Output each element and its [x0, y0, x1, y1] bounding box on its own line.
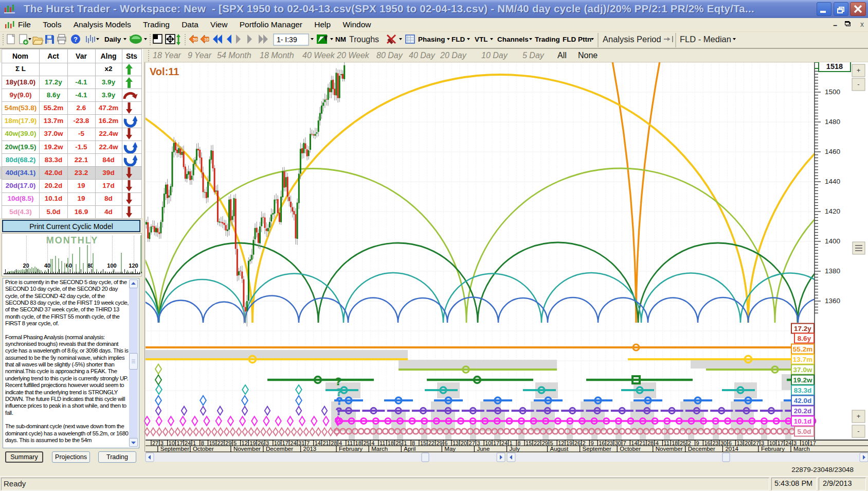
svg-text:27: 27 — [753, 440, 759, 446]
svg-text:22: 22 — [217, 440, 223, 446]
svg-text:February: February — [339, 446, 363, 452]
svg-text:1518: 1518 — [826, 62, 843, 71]
svg-text:19.2w: 19.2w — [793, 376, 812, 384]
svg-text:?: ? — [74, 36, 78, 43]
svg-text:1380: 1380 — [825, 267, 840, 275]
svg-text:VTL: VTL — [475, 36, 488, 43]
svg-text:June: June — [477, 446, 490, 452]
svg-text:13.7m: 13.7m — [793, 356, 812, 363]
svg-text:42.0d: 42.0d — [794, 397, 812, 405]
svg-text:September: September — [583, 446, 611, 452]
svg-text:Channels: Channels — [497, 36, 529, 43]
svg-text:Phasing: Phasing — [418, 36, 445, 43]
svg-text:FLD - Median: FLD - Median — [680, 34, 731, 44]
svg-text:20: 20 — [461, 440, 467, 446]
svg-text:Trading: Trading — [535, 36, 560, 43]
svg-text:22: 22 — [428, 440, 435, 446]
svg-text:8.6y: 8.6y — [798, 335, 811, 342]
svg-text:+: + — [857, 412, 861, 420]
svg-text:25: 25 — [396, 440, 402, 446]
svg-text:July: July — [510, 446, 520, 452]
svg-text:28: 28 — [647, 440, 654, 446]
svg-text:Analysis Period: Analysis Period — [603, 34, 661, 44]
svg-text:22: 22 — [534, 440, 540, 446]
svg-text:24: 24 — [501, 440, 508, 446]
svg-text:October: October — [620, 446, 641, 452]
svg-text:March: March — [793, 446, 810, 452]
svg-text:1440: 1440 — [825, 178, 840, 185]
svg-text:FLD: FLD — [451, 36, 465, 43]
svg-text:December: December — [266, 446, 293, 452]
svg-text:-: - — [857, 80, 859, 88]
svg-text:15: 15 — [526, 440, 532, 446]
svg-text:15: 15 — [420, 440, 426, 446]
svg-text:18: 18 — [388, 440, 394, 446]
svg-text:27: 27 — [152, 440, 158, 446]
svg-text:29: 29 — [437, 440, 443, 446]
svg-text:2013: 2013 — [303, 446, 317, 452]
svg-text:NM: NM — [335, 36, 346, 43]
svg-text:1420: 1420 — [825, 207, 840, 215]
svg-text:17: 17 — [493, 440, 499, 446]
svg-text:February: February — [761, 446, 785, 452]
svg-text:September: September — [160, 446, 189, 452]
svg-text:November: November — [233, 446, 261, 452]
svg-text:29: 29 — [225, 440, 231, 446]
svg-text:December: December — [688, 446, 715, 452]
svg-text:May: May — [444, 446, 456, 452]
svg-text:1480: 1480 — [825, 118, 840, 126]
svg-text:37.0w: 37.0w — [793, 366, 812, 374]
svg-text:26: 26 — [574, 440, 581, 446]
svg-text:21: 21 — [323, 440, 329, 446]
svg-text:55.2m: 55.2m — [793, 345, 812, 353]
svg-text:1460: 1460 — [825, 148, 840, 155]
svg-text:83.3d: 83.3d — [794, 387, 812, 394]
svg-text:November: November — [656, 446, 683, 452]
svg-text:25: 25 — [363, 440, 369, 446]
svg-text:10.1d: 10.1d — [794, 417, 812, 425]
svg-text:20.2d: 20.2d — [794, 407, 812, 415]
svg-text:1500: 1500 — [825, 88, 840, 96]
svg-text:October: October — [193, 446, 214, 452]
svg-text:March: March — [371, 446, 388, 452]
svg-text:Daily: Daily — [104, 36, 121, 43]
svg-text:+: + — [857, 66, 861, 74]
svg-text:?: ? — [335, 375, 342, 387]
svg-text:April: April — [404, 446, 415, 452]
svg-text:27: 27 — [469, 440, 475, 446]
svg-text:August: August — [550, 446, 569, 452]
svg-text:29: 29 — [542, 440, 548, 446]
svg-text:20: 20 — [745, 440, 751, 446]
svg-text:10: 10 — [204, 37, 208, 42]
svg-text:17.2y: 17.2y — [794, 325, 811, 332]
svg-text:22879-23048/23048: 22879-23048/23048 — [791, 466, 854, 474]
svg-text:1- I:39: 1- I:39 — [277, 36, 297, 44]
svg-text:2014: 2014 — [725, 446, 738, 452]
svg-text:1400: 1400 — [825, 237, 840, 245]
svg-text:Vol:11: Vol:11 — [150, 66, 179, 77]
svg-text:24: 24 — [785, 440, 791, 446]
svg-text:Troughs: Troughs — [349, 35, 379, 44]
svg-text:5.0d: 5.0d — [797, 428, 811, 435]
svg-text:28: 28 — [331, 440, 337, 446]
svg-text:FLD Pttn: FLD Pttn — [563, 36, 591, 43]
svg-text:50: 50 — [193, 37, 197, 42]
svg-text:17: 17 — [810, 440, 816, 446]
svg-text:1360: 1360 — [825, 297, 840, 305]
svg-text:-: - — [857, 427, 859, 435]
